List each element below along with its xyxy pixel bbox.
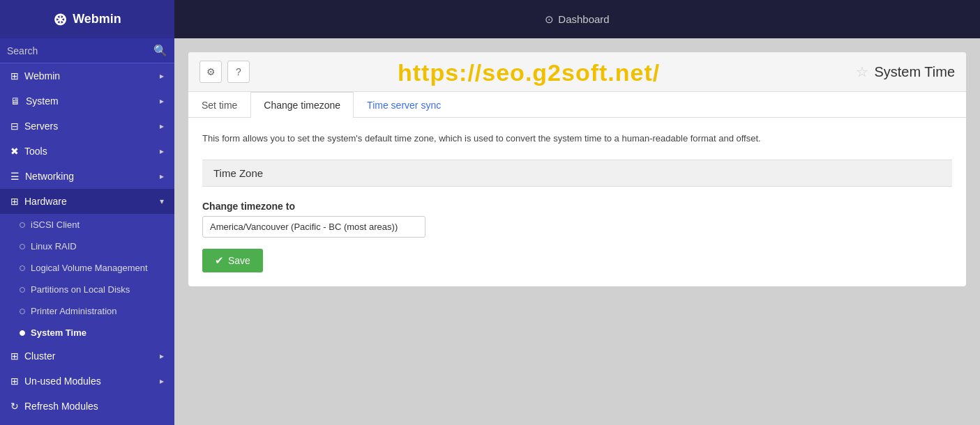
unused-modules-arrow-icon: ▸ xyxy=(160,376,164,386)
sidebar-item-linux-raid[interactable]: Linux RAID xyxy=(0,235,174,257)
module-panel: ⚙ ? ☆ System Time Set time Change timezo… xyxy=(188,52,966,286)
timezone-label: Change timezone to xyxy=(202,201,952,212)
cluster-nav-icon: ⊞ xyxy=(10,350,19,362)
printer-dot-icon xyxy=(20,309,25,314)
sidebar-item-networking[interactable]: ☰ Networking ▸ xyxy=(0,164,174,189)
hardware-nav-icon: ⊞ xyxy=(10,196,19,207)
webmin-nav-icon: ⊞ xyxy=(10,70,19,82)
dashboard-label: Dashboard xyxy=(558,13,609,25)
check-icon: ✔ xyxy=(215,254,224,267)
sidebar-item-refresh-modules[interactable]: ↻ Refresh Modules xyxy=(0,394,174,419)
sidebar-item-cluster[interactable]: ⊞ Cluster ▸ xyxy=(0,343,174,369)
tab-content: This form allows you to set the system's… xyxy=(188,118,966,286)
sidebar-item-partitions[interactable]: Partitions on Local Disks xyxy=(0,279,174,300)
system-nav-icon: 🖥 xyxy=(10,95,20,107)
sidebar-item-printer[interactable]: Printer Administration xyxy=(0,300,174,322)
sidebar-item-unused-modules[interactable]: ⊞ Un-used Modules ▸ xyxy=(0,369,174,394)
help-icon: ? xyxy=(236,66,241,77)
search-icon: 🔍 xyxy=(153,44,167,57)
webmin-icon: ⊛ xyxy=(53,10,67,29)
module-title: ☆ System Time xyxy=(856,63,955,80)
module-header-icons: ⚙ ? xyxy=(199,61,250,83)
tab-set-time[interactable]: Set time xyxy=(188,92,250,118)
sidebar-item-system-time[interactable]: System Time xyxy=(0,322,174,343)
sidebar-item-tools[interactable]: ✖ Tools ▸ xyxy=(0,139,174,164)
module-header: ⚙ ? ☆ System Time xyxy=(188,52,966,92)
refresh-modules-nav-icon: ↻ xyxy=(10,401,19,412)
servers-arrow-icon: ▸ xyxy=(160,121,164,131)
system-time-dot-icon xyxy=(20,330,25,336)
unused-modules-nav-icon: ⊞ xyxy=(10,376,19,387)
partitions-dot-icon xyxy=(20,287,25,293)
system-arrow-icon: ▸ xyxy=(160,96,164,106)
section-header: Time Zone xyxy=(202,160,952,187)
sidebar-item-iscsi[interactable]: iSCSI Client xyxy=(0,214,174,235)
search-input[interactable] xyxy=(7,45,153,56)
gear-icon: ⚙ xyxy=(206,66,216,77)
description-text: This form allows you to set the system's… xyxy=(202,132,952,146)
sidebar-item-hardware[interactable]: ⊞ Hardware ▾ xyxy=(0,189,174,214)
lvm-dot-icon xyxy=(20,265,25,271)
star-icon[interactable]: ☆ xyxy=(856,63,868,80)
dashboard-tab[interactable]: ⊙ Dashboard xyxy=(174,0,980,38)
dashboard-icon: ⊙ xyxy=(545,13,554,26)
servers-nav-icon: ⊟ xyxy=(10,121,19,132)
help-button[interactable]: ? xyxy=(227,61,250,83)
linux-raid-dot-icon xyxy=(20,244,25,249)
save-button-label: Save xyxy=(228,255,250,266)
iscsi-dot-icon xyxy=(20,222,25,228)
save-button[interactable]: ✔ Save xyxy=(202,249,263,272)
cluster-arrow-icon: ▸ xyxy=(160,351,164,361)
timezone-input[interactable] xyxy=(202,216,425,238)
sidebar-item-webmin[interactable]: ⊞ Webmin ▸ xyxy=(0,63,174,88)
search-bar[interactable]: 🔍 xyxy=(0,38,174,63)
networking-nav-icon: ☰ xyxy=(10,171,20,182)
hardware-arrow-icon: ▾ xyxy=(160,196,164,206)
module-title-text: System Time xyxy=(874,64,955,80)
sidebar: 🔍 ⊞ Webmin ▸ 🖥 System ▸ ⊟ Servers ▸ xyxy=(0,38,174,425)
tab-change-timezone[interactable]: Change timezone xyxy=(250,92,354,118)
sidebar-item-system[interactable]: 🖥 System ▸ xyxy=(0,88,174,114)
tools-arrow-icon: ▸ xyxy=(160,146,164,156)
sidebar-item-servers[interactable]: ⊟ Servers ▸ xyxy=(0,114,174,139)
webmin-logo: ⊛ Webmin xyxy=(0,0,174,38)
tools-nav-icon: ✖ xyxy=(10,146,19,157)
sidebar-item-lvm[interactable]: Logical Volume Management xyxy=(0,257,174,279)
settings-button[interactable]: ⚙ xyxy=(199,61,222,83)
webmin-label: Webmin xyxy=(73,12,121,26)
main-content: https://seo.g2soft.net/ ⚙ ? ☆ System Tim… xyxy=(174,38,980,425)
webmin-arrow-icon: ▸ xyxy=(160,71,164,81)
tabs-bar: Set time Change timezone Time server syn… xyxy=(188,92,966,118)
timezone-form-group: Change timezone to xyxy=(202,201,952,238)
tab-time-server-sync[interactable]: Time server sync xyxy=(354,92,454,118)
networking-arrow-icon: ▸ xyxy=(160,171,164,181)
